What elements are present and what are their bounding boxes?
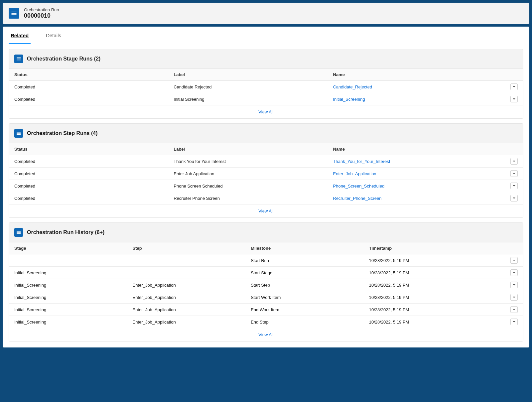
cell-action [505, 316, 523, 328]
section-title: Orchestration Stage Runs (2) [27, 56, 100, 62]
tab-bar: Related Details [9, 27, 523, 44]
cell-action [505, 168, 523, 180]
table-row: Initial_ScreeningEnter_Job_ApplicationEn… [9, 304, 523, 316]
row-action-button[interactable] [510, 83, 518, 90]
cell-step: Enter_Job_Application [127, 279, 246, 291]
tab-details[interactable]: Details [44, 27, 63, 44]
cell-action [505, 192, 523, 204]
table-row: Initial_ScreeningEnter_Job_ApplicationSt… [9, 279, 523, 291]
row-action-button[interactable] [510, 195, 518, 201]
row-action-button[interactable] [510, 183, 518, 189]
row-action-button[interactable] [510, 96, 518, 102]
cell-action [505, 304, 523, 316]
cell-name: Thank_You_for_Your_Interest [328, 155, 505, 168]
cell-label: Phone Screen Scheduled [168, 180, 328, 192]
cell-name: Initial_Screening [328, 93, 505, 105]
name-link[interactable]: Recruiter_Phone_Screen [333, 196, 382, 201]
col-status: Status [9, 69, 168, 81]
name-link[interactable]: Enter_Job_Application [333, 171, 376, 176]
cell-timestamp: 10/28/2022, 5:19 PM [364, 316, 505, 328]
row-action-button[interactable] [510, 282, 518, 288]
cell-action [505, 291, 523, 304]
name-link[interactable]: Candidate_Rejected [333, 84, 372, 89]
col-status: Status [9, 143, 168, 155]
cell-timestamp: 10/28/2022, 5:19 PM [364, 267, 505, 279]
cell-stage: Initial_Screening [9, 291, 127, 304]
cell-name: Phone_Screen_Scheduled [328, 180, 505, 192]
cell-action [505, 180, 523, 192]
view-all-link[interactable]: View All [9, 204, 523, 217]
cell-status: Completed [9, 168, 168, 180]
cell-status: Completed [9, 155, 168, 168]
col-milestone: Milestone [245, 242, 364, 254]
row-action-button[interactable] [510, 170, 518, 177]
cell-milestone: Start Run [245, 254, 364, 267]
view-all-link[interactable]: View All [9, 328, 523, 341]
col-timestamp: Timestamp [364, 242, 505, 254]
cell-step: Enter_Job_Application [127, 291, 246, 304]
cell-label: Recruiter Phone Screen [168, 192, 328, 204]
row-action-button[interactable] [510, 269, 518, 276]
stage-runs-table: Status Label Name CompletedCandidate Rej… [9, 68, 523, 105]
row-action-button[interactable] [510, 158, 518, 165]
table-row: Initial_ScreeningStart Stage10/28/2022, … [9, 267, 523, 279]
cell-name: Enter_Job_Application [328, 168, 505, 180]
section-title: Orchestration Run History (6+) [27, 229, 104, 235]
record-type-label: Orchestration Run [24, 7, 59, 12]
col-name: Name [328, 143, 505, 155]
cell-stage [9, 254, 127, 267]
table-row: CompletedEnter Job ApplicationEnter_Job_… [9, 168, 523, 180]
table-row: CompletedPhone Screen ScheduledPhone_Scr… [9, 180, 523, 192]
tab-related[interactable]: Related [9, 27, 31, 44]
cell-action [505, 81, 523, 93]
row-action-button[interactable] [510, 294, 518, 301]
section-stage-runs: Orchestration Stage Runs (2) Status Labe… [9, 49, 523, 119]
cell-status: Completed [9, 93, 168, 105]
cell-stage: Initial_Screening [9, 316, 127, 328]
cell-stage: Initial_Screening [9, 304, 127, 316]
table-row: CompletedRecruiter Phone ScreenRecruiter… [9, 192, 523, 204]
row-action-button[interactable] [510, 319, 518, 325]
record-header: Orchestration Run 00000010 [3, 3, 529, 24]
row-action-button[interactable] [510, 257, 518, 264]
cell-action [505, 279, 523, 291]
run-history-table: Stage Step Milestone Timestamp Start Run… [9, 242, 523, 328]
col-label: Label [168, 143, 328, 155]
col-stage: Stage [9, 242, 127, 254]
table-row: CompletedThank You for Your InterestThan… [9, 155, 523, 168]
name-link[interactable]: Thank_You_for_Your_Interest [333, 159, 390, 164]
col-step: Step [127, 242, 246, 254]
cell-label: Initial Screening [168, 93, 328, 105]
cell-stage: Initial_Screening [9, 267, 127, 279]
cell-action [505, 93, 523, 105]
cell-label: Candidate Rejected [168, 81, 328, 93]
col-name: Name [328, 69, 505, 81]
cell-action [505, 267, 523, 279]
cell-step: Enter_Job_Application [127, 304, 246, 316]
cell-timestamp: 10/28/2022, 5:19 PM [364, 254, 505, 267]
row-action-button[interactable] [510, 306, 518, 313]
step-runs-table: Status Label Name CompletedThank You for… [9, 143, 523, 204]
cell-stage: Initial_Screening [9, 279, 127, 291]
col-label: Label [168, 69, 328, 81]
cell-step [127, 254, 246, 267]
table-row: Start Run10/28/2022, 5:19 PM [9, 254, 523, 267]
cell-timestamp: 10/28/2022, 5:19 PM [364, 279, 505, 291]
section-title: Orchestration Step Runs (4) [27, 130, 97, 136]
cell-status: Completed [9, 81, 168, 93]
cell-milestone: Start Work Item [245, 291, 364, 304]
cell-milestone: Start Stage [245, 267, 364, 279]
section-step-runs: Orchestration Step Runs (4) Status Label… [9, 123, 523, 218]
record-id: 00000010 [24, 12, 59, 19]
cell-timestamp: 10/28/2022, 5:19 PM [364, 291, 505, 304]
view-all-link[interactable]: View All [9, 105, 523, 118]
cell-name: Recruiter_Phone_Screen [328, 192, 505, 204]
name-link[interactable]: Initial_Screening [333, 97, 365, 102]
cell-milestone: End Work Item [245, 304, 364, 316]
cell-action [505, 155, 523, 168]
cell-milestone: End Step [245, 316, 364, 328]
cell-name: Candidate_Rejected [328, 81, 505, 93]
name-link[interactable]: Phone_Screen_Scheduled [333, 184, 385, 189]
orchestration-icon [14, 228, 23, 237]
cell-status: Completed [9, 180, 168, 192]
